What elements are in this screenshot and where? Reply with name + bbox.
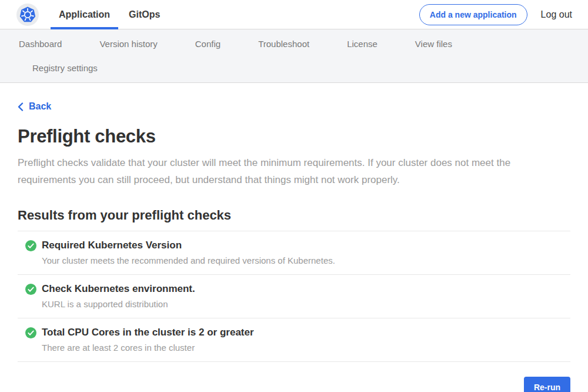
check-content: Check Kubernetes environment. KURL is a … <box>42 283 195 309</box>
subnav-item-config[interactable]: Config <box>176 32 239 56</box>
tab-application[interactable]: Application <box>51 0 118 29</box>
app-subnav: Dashboard Version history Config Trouble… <box>0 29 588 83</box>
back-link-label: Back <box>29 101 51 112</box>
page-description: Preflight checks validate that your clus… <box>18 154 570 188</box>
topbar-actions: Add a new application Log out <box>419 0 572 29</box>
footer-actions: Re-run <box>18 377 570 392</box>
check-circle-icon <box>25 240 36 251</box>
tab-application-label: Application <box>59 9 110 20</box>
primary-tabs: Application GitOps <box>51 0 168 29</box>
check-title: Total CPU Cores in the cluster is 2 or g… <box>42 327 254 338</box>
rerun-button[interactable]: Re-run <box>524 377 570 392</box>
preflight-check-row: Total CPU Cores in the cluster is 2 or g… <box>18 318 570 361</box>
subnav-list: Dashboard Version history Config Trouble… <box>0 32 553 80</box>
check-circle-icon <box>25 284 36 295</box>
check-message: KURL is a supported distribution <box>42 299 195 309</box>
kubernetes-logo-icon <box>16 4 39 26</box>
subnav-item-license[interactable]: License <box>328 32 396 56</box>
check-content: Required Kubernetes Version Your cluster… <box>42 240 335 265</box>
preflight-check-row: Required Kubernetes Version Your cluster… <box>18 231 570 274</box>
chevron-left-icon <box>18 102 24 111</box>
check-content: Total CPU Cores in the cluster is 2 or g… <box>42 327 254 353</box>
main-content: Back Preflight checks Preflight checks v… <box>0 83 588 392</box>
preflight-check-row: Check Kubernetes environment. KURL is a … <box>18 274 570 318</box>
check-message: Your cluster meets the recommended and r… <box>42 255 335 265</box>
tab-gitops-label: GitOps <box>129 9 160 20</box>
tab-gitops[interactable]: GitOps <box>121 0 168 29</box>
results-heading: Results from your preflight checks <box>18 208 570 223</box>
logout-link[interactable]: Log out <box>541 9 572 20</box>
back-link[interactable]: Back <box>18 101 51 112</box>
check-title: Required Kubernetes Version <box>42 240 335 251</box>
subnav-item-dashboard[interactable]: Dashboard <box>0 32 81 56</box>
page-title: Preflight checks <box>18 126 570 147</box>
check-title: Check Kubernetes environment. <box>42 283 195 295</box>
top-navbar: Application GitOps Add a new application… <box>0 0 588 29</box>
subnav-item-version-history[interactable]: Version history <box>81 32 176 56</box>
subnav-item-view-files[interactable]: View files <box>396 32 471 56</box>
check-circle-icon <box>25 327 36 338</box>
add-new-application-button[interactable]: Add a new application <box>419 4 527 25</box>
subnav-item-troubleshoot[interactable]: Troubleshoot <box>239 32 328 56</box>
subnav-item-registry-settings[interactable]: Registry settings <box>14 56 116 80</box>
preflight-results-list: Required Kubernetes Version Your cluster… <box>18 231 570 362</box>
check-message: There are at least 2 cores in the cluste… <box>42 343 254 353</box>
